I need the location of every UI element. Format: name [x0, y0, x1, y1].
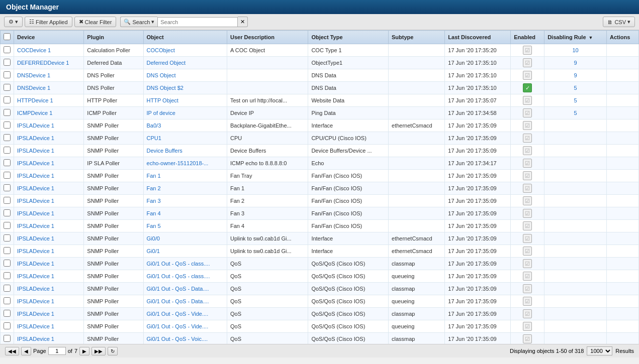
cell-device[interactable]: IPSLADevice 1 — [14, 182, 84, 195]
enabled-checkbox[interactable]: ☑ — [523, 96, 532, 105]
cell-device[interactable]: IPSLADevice 1 — [14, 132, 84, 145]
cell-enabled[interactable]: ☑ — [511, 107, 544, 119]
cell-object[interactable]: Gi0/1 Out - QoS - Data.... — [143, 295, 227, 308]
row-checkbox[interactable] — [4, 272, 11, 279]
cell-enabled[interactable]: ☑ — [511, 69, 544, 82]
search-clear-button[interactable]: ✕ — [238, 17, 248, 27]
cell-object[interactable]: Gi0/1 Out - QoS - Vide.... — [143, 308, 227, 320]
cell-device[interactable]: IPSLADevice 1 — [14, 145, 84, 157]
enabled-checkbox[interactable]: ✓ — [523, 83, 532, 92]
row-checkbox[interactable] — [4, 172, 11, 179]
cell-device[interactable]: IPSLADevice 1 — [14, 258, 84, 270]
cell-object[interactable]: Fan 1 — [143, 170, 227, 182]
enabled-checkbox[interactable]: ☑ — [523, 71, 532, 80]
row-checkbox[interactable] — [4, 247, 11, 254]
cell-object[interactable]: Gi0/1 Out - QoS - class.... — [143, 258, 227, 270]
last-page-button[interactable]: ▶▶ — [92, 347, 106, 355]
row-checkbox[interactable] — [4, 197, 11, 204]
cell-object[interactable]: IP of device — [143, 107, 227, 119]
cell-device[interactable]: IPSLADevice 1 — [14, 157, 84, 170]
cell-object[interactable]: DNS Object $2 — [143, 82, 227, 94]
row-checkbox[interactable] — [4, 322, 11, 329]
row-checkbox[interactable] — [4, 71, 11, 78]
cell-object[interactable]: COCObject — [143, 44, 227, 57]
enabled-checkbox[interactable]: ☑ — [523, 309, 532, 318]
prev-page-button[interactable]: ◀ — [21, 347, 31, 355]
enabled-checkbox[interactable]: ☑ — [523, 159, 532, 168]
cell-device[interactable]: IPSLADevice 1 — [14, 308, 84, 320]
cell-device[interactable]: HTTPDevice 1 — [14, 94, 84, 107]
cell-device[interactable]: DEFERREDDevice 1 — [14, 57, 84, 69]
cell-object[interactable]: Device Buffers — [143, 145, 227, 157]
cell-device[interactable]: IPSLADevice 1 — [14, 170, 84, 182]
row-checkbox[interactable] — [4, 285, 11, 292]
cell-enabled[interactable]: ✓ — [511, 82, 544, 94]
cell-enabled[interactable]: ☑ — [511, 245, 544, 258]
cell-object[interactable]: DNS Object — [143, 69, 227, 82]
select-all-checkbox[interactable] — [4, 33, 11, 40]
cell-enabled[interactable]: ☑ — [511, 119, 544, 132]
cell-device[interactable]: IPSLADevice 1 — [14, 320, 84, 333]
cell-enabled[interactable]: ☑ — [511, 232, 544, 245]
first-page-button[interactable]: ◀◀ — [5, 347, 19, 355]
row-checkbox[interactable] — [4, 134, 11, 141]
cell-enabled[interactable]: ☑ — [511, 145, 544, 157]
cell-object[interactable]: Gi0/1 Out - QoS - class.... — [143, 270, 227, 283]
search-dropdown-button[interactable]: 🔍 Search ▾ — [120, 17, 157, 27]
row-checkbox[interactable] — [4, 96, 11, 103]
cell-enabled[interactable]: ☑ — [511, 295, 544, 308]
enabled-checkbox[interactable]: ☑ — [523, 259, 532, 268]
page-size-select[interactable]: 1000 500 250 100 50 — [587, 346, 612, 355]
cell-object[interactable]: Ba0/3 — [143, 119, 227, 132]
enabled-checkbox[interactable]: ☑ — [523, 58, 532, 67]
cell-device[interactable]: DNSDevice 1 — [14, 69, 84, 82]
row-checkbox[interactable] — [4, 46, 11, 53]
row-checkbox[interactable] — [4, 184, 11, 191]
enabled-checkbox[interactable]: ☑ — [523, 247, 532, 256]
cell-object[interactable]: Gi0/1 Out - QoS - Voic.... — [143, 333, 227, 344]
cell-device[interactable]: IPSLADevice 1 — [14, 220, 84, 232]
cell-enabled[interactable]: ☑ — [511, 132, 544, 145]
row-checkbox[interactable] — [4, 260, 11, 267]
enabled-checkbox[interactable]: ☑ — [523, 221, 532, 230]
row-checkbox[interactable] — [4, 209, 11, 216]
row-checkbox[interactable] — [4, 335, 11, 342]
cell-device[interactable]: IPSLADevice 1 — [14, 232, 84, 245]
cell-enabled[interactable]: ☑ — [511, 320, 544, 333]
enabled-checkbox[interactable]: ☑ — [523, 46, 532, 55]
cell-object[interactable]: Gi0/1 — [143, 245, 227, 258]
row-checkbox[interactable] — [4, 297, 11, 304]
row-checkbox[interactable] — [4, 222, 11, 229]
cell-device[interactable]: IPSLADevice 1 — [14, 195, 84, 207]
cell-disabling-rule[interactable]: 9 — [544, 69, 607, 82]
row-checkbox[interactable] — [4, 234, 11, 241]
enabled-checkbox[interactable]: ☑ — [523, 146, 532, 155]
row-checkbox[interactable] — [4, 109, 11, 116]
cell-device[interactable]: IPSLADevice 1 — [14, 270, 84, 283]
cell-device[interactable]: DNSDevice 1 — [14, 82, 84, 94]
enabled-checkbox[interactable]: ☑ — [523, 108, 532, 117]
row-checkbox[interactable] — [4, 310, 11, 317]
page-number-input[interactable] — [48, 347, 66, 355]
cell-object[interactable]: CPU1 — [143, 132, 227, 145]
cell-object[interactable]: Gi0/1 Out - QoS - Vide.... — [143, 320, 227, 333]
enabled-checkbox[interactable]: ☑ — [523, 322, 532, 331]
cell-device[interactable]: IPSLADevice 1 — [14, 333, 84, 344]
cell-object[interactable]: Fan 5 — [143, 220, 227, 232]
csv-export-button[interactable]: 🗎 CSV ▾ — [603, 17, 635, 27]
cell-object[interactable]: Fan 4 — [143, 207, 227, 220]
search-input[interactable] — [157, 17, 238, 27]
cell-object[interactable]: Gi0/1 Out - QoS - Data.... — [143, 283, 227, 295]
enabled-checkbox[interactable]: ☑ — [523, 209, 532, 218]
cell-object[interactable]: Deferred Object — [143, 57, 227, 69]
row-checkbox[interactable] — [4, 84, 11, 91]
enabled-checkbox[interactable]: ☑ — [523, 196, 532, 205]
cell-disabling-rule[interactable]: 10 — [544, 44, 607, 57]
cell-device[interactable]: IPSLADevice 1 — [14, 245, 84, 258]
cell-enabled[interactable]: ☑ — [511, 157, 544, 170]
cell-enabled[interactable]: ☑ — [511, 220, 544, 232]
filter-applied-button[interactable]: ☷ Filter Applied — [25, 17, 72, 27]
settings-button[interactable]: ⚙ ▾ — [4, 17, 23, 27]
cell-disabling-rule[interactable]: 5 — [544, 82, 607, 94]
row-checkbox[interactable] — [4, 147, 11, 154]
